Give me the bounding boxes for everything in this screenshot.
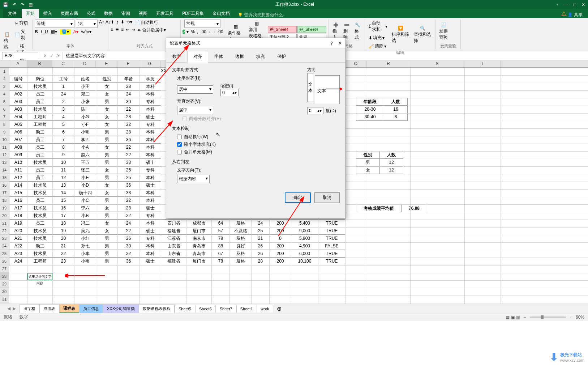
- cell[interactable]: 女: [96, 166, 118, 174]
- cell[interactable]: A05: [9, 121, 27, 128]
- cell[interactable]: 女: [96, 189, 118, 197]
- cancel-formula-icon[interactable]: ✕: [43, 53, 47, 58]
- decrease-decimal-icon[interactable]: ←.00: [213, 29, 223, 34]
- cell[interactable]: 专科: [140, 166, 161, 174]
- font-name-dropdown[interactable]: 等线▾: [35, 20, 74, 28]
- row-header-30[interactable]: 30: [0, 288, 9, 296]
- cell[interactable]: 10: [53, 159, 74, 166]
- cell[interactable]: 9: [53, 151, 74, 159]
- font-color-button[interactable]: A▾: [73, 29, 78, 34]
- cell[interactable]: 33: [118, 159, 140, 166]
- cell[interactable]: A17: [9, 204, 27, 212]
- cell[interactable]: 25: [118, 174, 140, 182]
- cell[interactable]: 小明: [74, 128, 96, 136]
- row-header-9[interactable]: 9: [0, 128, 9, 136]
- cell[interactable]: 工程师: [27, 258, 53, 265]
- cell[interactable]: A03: [9, 98, 27, 106]
- cell[interactable]: 22: [118, 250, 140, 258]
- row-header-19[interactable]: 19: [0, 204, 9, 212]
- cell[interactable]: 工程师: [27, 113, 53, 121]
- cell[interactable]: 30: [118, 242, 140, 250]
- cell[interactable]: 28: [118, 83, 140, 90]
- cell[interactable]: 小韦: [74, 258, 96, 265]
- cell[interactable]: 专科: [140, 98, 161, 106]
- cell[interactable]: 技术员: [27, 227, 53, 235]
- row-header-2[interactable]: 2: [0, 75, 9, 83]
- row-header-28[interactable]: 28: [0, 273, 9, 280]
- cell[interactable]: 男: [96, 250, 118, 258]
- cell[interactable]: A16: [9, 197, 27, 204]
- cell[interactable]: 小B: [74, 212, 96, 220]
- cell[interactable]: 28: [252, 258, 270, 265]
- cell[interactable]: 200: [270, 220, 291, 227]
- cell[interactable]: 67: [212, 250, 230, 258]
- dtab-align[interactable]: 对齐: [187, 51, 208, 63]
- cell[interactable]: 本科: [140, 136, 161, 144]
- cell[interactable]: 26: [118, 235, 140, 242]
- tab-view[interactable]: 视图: [134, 9, 152, 18]
- cell[interactable]: 200: [270, 227, 291, 235]
- cell[interactable]: 南京市: [186, 235, 212, 242]
- cell[interactable]: 200: [270, 242, 291, 250]
- cell[interactable]: 本科: [140, 90, 161, 98]
- cell[interactable]: 孙七: [74, 242, 96, 250]
- cell[interactable]: 8: [53, 144, 74, 151]
- row-header-23[interactable]: 23: [0, 235, 9, 242]
- sheet-tab-8[interactable]: Sheet6: [195, 305, 216, 313]
- row-header-17[interactable]: 17: [0, 189, 9, 197]
- shrink-checkbox[interactable]: [177, 142, 182, 147]
- cell[interactable]: TRUE: [318, 258, 345, 265]
- cell[interactable]: 员工: [27, 90, 53, 98]
- cell[interactable]: 硕士: [140, 182, 161, 189]
- cell[interactable]: 本科: [140, 151, 161, 159]
- cell[interactable]: 山东省: [161, 242, 186, 250]
- row-header-11[interactable]: 11: [0, 144, 9, 151]
- share-button[interactable]: 👤 共享: [567, 12, 583, 18]
- dtab-number[interactable]: 数字: [166, 51, 187, 62]
- row-header-13[interactable]: 13: [0, 159, 9, 166]
- cell[interactable]: A04: [9, 113, 27, 121]
- align-left-icon[interactable]: ≡: [111, 27, 113, 33]
- sheet-tab-6[interactable]: 数据透视表教程: [139, 304, 175, 313]
- cell[interactable]: 女: [96, 83, 118, 90]
- sheet-tab-11[interactable]: work: [257, 305, 273, 313]
- row-header-6[interactable]: 6: [0, 106, 9, 113]
- cell[interactable]: A21: [9, 235, 27, 242]
- cell[interactable]: 技术员: [27, 212, 53, 220]
- row-header-22[interactable]: 22: [0, 227, 9, 235]
- cell[interactable]: 员工: [27, 220, 53, 227]
- cell[interactable]: 本科: [140, 220, 161, 227]
- tab-data[interactable]: 数据: [100, 9, 117, 18]
- cell[interactable]: 员工: [27, 98, 53, 106]
- comma-icon[interactable]: ,: [197, 29, 198, 34]
- cell[interactable]: 成都市: [186, 220, 212, 227]
- cell[interactable]: 技术员: [27, 83, 53, 90]
- cell[interactable]: 李六: [74, 204, 96, 212]
- tab-file[interactable]: 文件: [3, 9, 22, 18]
- col-header-E[interactable]: E: [96, 60, 117, 67]
- cell[interactable]: 技术员: [27, 106, 53, 113]
- tab-insert[interactable]: 插入: [39, 9, 56, 18]
- cell[interactable]: 13: [53, 182, 74, 189]
- wrap-checkbox[interactable]: [177, 135, 182, 139]
- cell[interactable]: 男: [96, 235, 118, 242]
- cell[interactable]: 4,900: [291, 242, 318, 250]
- cell[interactable]: A06: [9, 128, 27, 136]
- row-header-27[interactable]: 27: [0, 265, 9, 273]
- view-buttons[interactable]: ▦ ▣ ▥: [506, 315, 520, 320]
- zoom-level[interactable]: 60%: [576, 315, 584, 320]
- cell[interactable]: 专科: [140, 121, 161, 128]
- cell[interactable]: 25: [252, 227, 270, 235]
- dtab-protect[interactable]: 保护: [271, 51, 292, 62]
- cell[interactable]: TRUE: [318, 235, 345, 242]
- cell[interactable]: 及格: [230, 250, 252, 258]
- cell[interactable]: 女: [96, 182, 118, 189]
- cell[interactable]: 28: [118, 128, 140, 136]
- cell[interactable]: 19: [53, 227, 74, 235]
- decrease-indent-icon[interactable]: ⇤: [126, 27, 129, 33]
- row-header-5[interactable]: 5: [0, 98, 9, 106]
- border-button[interactable]: ▦▾: [51, 29, 57, 34]
- dtab-border[interactable]: 边框: [229, 51, 250, 62]
- cell[interactable]: 26: [252, 250, 270, 258]
- autosum-button[interactable]: Σ 自动求和▾: [367, 20, 389, 33]
